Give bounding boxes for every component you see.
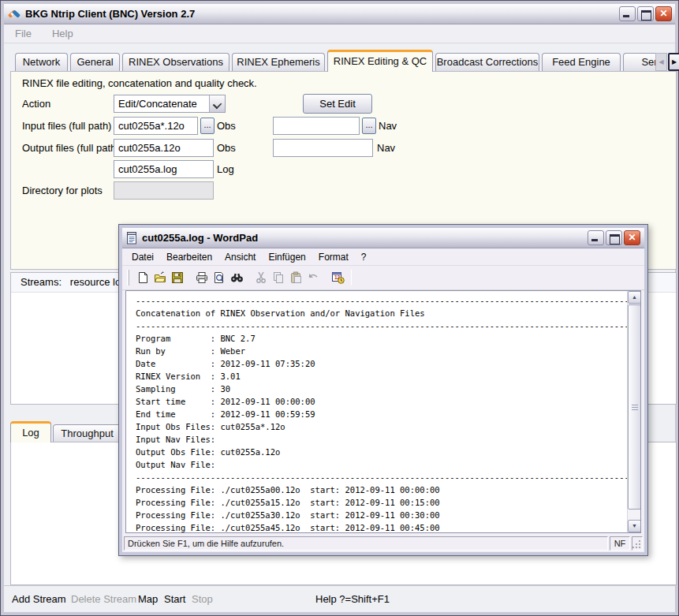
- scroll-right-icon: ▶: [672, 58, 677, 65]
- output-obs-suffix-label: Obs: [217, 139, 236, 158]
- menu-file[interactable]: File: [10, 26, 36, 41]
- toolbar-gripper[interactable]: [127, 270, 129, 286]
- tab-rinex-observations[interactable]: RINEX Observations: [122, 53, 229, 72]
- tab-bar: Network General RINEX Observations RINEX…: [13, 50, 655, 72]
- wordpad-document-icon: [126, 232, 138, 245]
- wordpad-window-title: cut0255a.log - WordPad: [142, 232, 588, 244]
- input-nav-suffix-label: Nav: [379, 117, 397, 136]
- print-icon[interactable]: [193, 269, 211, 286]
- wordpad-minimize-button[interactable]: [588, 230, 604, 245]
- wordpad-document-area: ----------------------------------------…: [125, 290, 641, 533]
- menu-ansicht[interactable]: Ansicht: [218, 250, 262, 264]
- input-nav-field[interactable]: [273, 117, 360, 135]
- document-text[interactable]: ----------------------------------------…: [126, 291, 627, 532]
- bottom-button-bar: Add Stream Delete Stream Map Start Stop …: [4, 585, 675, 612]
- bnc-maximize-button[interactable]: [637, 6, 654, 21]
- close-icon: ✕: [656, 7, 671, 21]
- vertical-scrollbar: ▲ ▼: [627, 291, 640, 532]
- save-icon[interactable]: [169, 269, 186, 286]
- close-icon: ✕: [625, 231, 640, 245]
- find-icon[interactable]: [228, 269, 245, 286]
- status-nf-indicator: NF: [610, 536, 630, 551]
- wordpad-maximize-button[interactable]: [606, 230, 622, 245]
- menu-help[interactable]: Help: [47, 26, 78, 41]
- cut-icon[interactable]: [252, 269, 270, 286]
- output-nav-suffix-label: Nav: [377, 139, 395, 158]
- bnc-close-button[interactable]: ✕: [655, 6, 672, 21]
- copy-icon[interactable]: [270, 269, 287, 286]
- tab-feed-engine[interactable]: Feed Engine: [542, 53, 621, 72]
- bnc-menubar: File Help: [4, 24, 675, 43]
- plots-directory-field: [114, 181, 214, 200]
- menu-einfuegen[interactable]: Einfügen: [262, 250, 312, 264]
- add-stream-button[interactable]: Add Stream: [12, 593, 66, 605]
- wordpad-toolbar: 12: [122, 266, 644, 290]
- output-files-label: Output files (full path): [22, 139, 120, 158]
- action-label: Action: [22, 95, 50, 114]
- help-shortcut-button[interactable]: Help ?=Shift+F1: [315, 593, 390, 605]
- stop-button[interactable]: Stop: [192, 593, 213, 605]
- input-obs-browse-button[interactable]: ...: [200, 118, 215, 134]
- tab-throughput[interactable]: Throughput: [53, 424, 121, 442]
- toolbar-separator: [351, 270, 352, 286]
- action-combobox-value: Edit/Concatenate: [114, 95, 209, 112]
- tab-general[interactable]: General: [70, 53, 120, 72]
- print-preview-icon[interactable]: [211, 269, 228, 286]
- status-message: Drücken Sie F1, um die Hilfe aufzurufen.: [124, 536, 608, 551]
- action-combobox[interactable]: Edit/Concatenate: [114, 95, 226, 113]
- tab-network[interactable]: Network: [15, 53, 68, 72]
- tab-serial-output[interactable]: Seri: [623, 53, 655, 72]
- scroll-left-icon: ◀: [658, 58, 663, 65]
- output-log-field[interactable]: cut0255a.log: [114, 160, 214, 178]
- input-obs-suffix-label: Obs: [217, 117, 236, 136]
- menu-format[interactable]: Format: [312, 250, 355, 264]
- resize-grip[interactable]: [632, 536, 643, 551]
- output-nav-field[interactable]: [273, 139, 373, 157]
- panel-intro-text: RINEX file editing, concatenation and qu…: [22, 77, 257, 91]
- scrollbar-down-button[interactable]: ▼: [628, 520, 641, 532]
- wordpad-close-button[interactable]: ✕: [624, 230, 640, 245]
- tab-scroll-left-button[interactable]: ◀: [655, 53, 667, 71]
- streams-label: Streams:: [21, 276, 62, 288]
- tab-rinex-ephemeris[interactable]: RINEX Ephemeris: [232, 53, 325, 72]
- input-files-label: Input files (full path): [22, 117, 111, 136]
- scrollbar-thumb[interactable]: [628, 304, 641, 510]
- scroll-up-icon: ▲: [632, 294, 637, 300]
- map-button[interactable]: Map: [138, 593, 158, 605]
- open-icon[interactable]: [151, 269, 169, 286]
- date-time-icon[interactable]: 12: [329, 269, 346, 286]
- bnc-window-title: BKG Ntrip Client (BNC) Version 2.7: [25, 8, 619, 20]
- wordpad-frame: cut0255a.log - WordPad ✕ Datei Bearbeite…: [120, 226, 647, 554]
- bnc-minimize-button[interactable]: [619, 6, 636, 21]
- tab-log[interactable]: Log: [10, 421, 51, 442]
- tab-rinex-editing-qc[interactable]: RINEX Editing & QC: [327, 50, 433, 72]
- start-button[interactable]: Start: [164, 593, 185, 605]
- wordpad-window: cut0255a.log - WordPad ✕ Datei Bearbeite…: [118, 224, 648, 556]
- output-obs-field[interactable]: cut0255a.12o: [114, 139, 214, 157]
- menu-bearbeiten[interactable]: Bearbeiten: [160, 250, 218, 264]
- menu-hilfe[interactable]: ?: [355, 250, 373, 264]
- new-document-icon[interactable]: [134, 269, 151, 286]
- undo-icon[interactable]: [304, 269, 322, 286]
- scroll-down-icon: ▼: [632, 523, 637, 528]
- paste-icon[interactable]: [287, 269, 304, 286]
- bnc-app-icon: [7, 8, 21, 21]
- bnc-titlebar[interactable]: BKG Ntrip Client (BNC) Version 2.7 ✕: [4, 4, 675, 24]
- plots-directory-label: Directory for plots: [22, 181, 103, 200]
- wordpad-titlebar[interactable]: cut0255a.log - WordPad ✕: [122, 228, 644, 248]
- menu-datei[interactable]: Datei: [125, 250, 160, 264]
- input-obs-field[interactable]: cut0255a*.12o: [114, 117, 198, 135]
- scrollbar-up-button[interactable]: ▲: [628, 291, 641, 304]
- set-edit-options-button[interactable]: Set Edit Options: [303, 94, 372, 114]
- wordpad-menubar: Datei Bearbeiten Ansicht Einfügen Format…: [122, 248, 644, 266]
- wordpad-statusbar: Drücken Sie F1, um die Hilfe aufzurufen.…: [122, 535, 644, 552]
- tab-scroll-right-button[interactable]: ▶: [668, 53, 679, 71]
- tab-broadcast-corrections[interactable]: Broadcast Corrections: [435, 53, 539, 72]
- input-nav-browse-button[interactable]: ...: [362, 118, 376, 134]
- delete-stream-button[interactable]: Delete Stream: [71, 593, 136, 605]
- chevron-down-icon[interactable]: [209, 95, 225, 112]
- output-log-suffix-label: Log: [217, 160, 234, 179]
